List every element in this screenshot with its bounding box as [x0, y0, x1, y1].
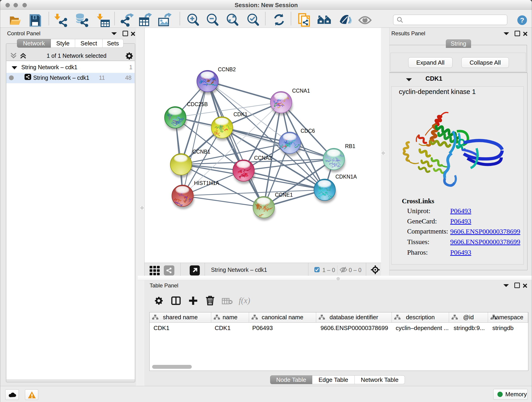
svg-text:RB1: RB1	[345, 143, 355, 149]
svg-text:CCNB2: CCNB2	[218, 66, 236, 72]
svg-text:CCNA1: CCNA1	[292, 88, 310, 94]
svg-text:CCNE1: CCNE1	[275, 192, 293, 198]
svg-text:CDC6: CDC6	[301, 128, 315, 134]
svg-text:HIST1H1A: HIST1H1A	[194, 180, 220, 186]
svg-text:?: ?	[520, 16, 524, 24]
svg-text:CCNB1: CCNB1	[192, 149, 210, 155]
svg-text:CDC25B: CDC25B	[187, 101, 208, 107]
svg-text:CDKN1A: CDKN1A	[336, 174, 357, 180]
svg-text:CCNA2: CCNA2	[254, 155, 272, 161]
svg-text:CDK1: CDK1	[234, 111, 247, 117]
